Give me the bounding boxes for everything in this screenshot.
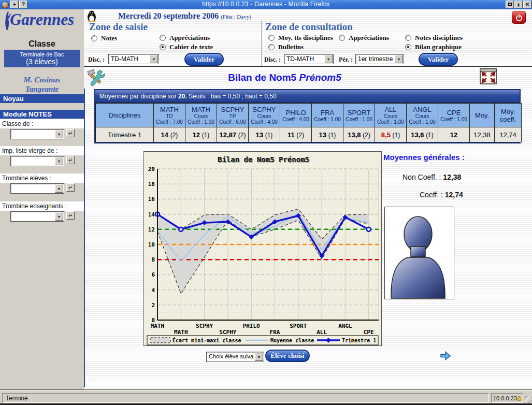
logout-button[interactable] (512, 11, 526, 24)
choix-eleve-dropdown[interactable]: Choix élève suivant▼ (206, 352, 264, 362)
maximize-button[interactable] (506, 1, 514, 8)
radio-label: Appréciations (169, 34, 210, 42)
svg-text:ANGL: ANGL (338, 323, 352, 329)
dropdown-arrow-icon[interactable]: ▼ (55, 130, 63, 138)
padlock-icon[interactable] (517, 395, 521, 402)
rabbit-icon (3, 10, 11, 31)
dropdown-arrow-icon[interactable]: ▼ (150, 55, 158, 63)
row-label: Trimestre 1 (96, 127, 154, 142)
bilan-chart: 02468101214161820MATHMATHSCPHYSCPHYPHILO… (143, 151, 382, 346)
trombine-enseignants-dropdown[interactable]: ▼ (10, 211, 64, 222)
radio-notes[interactable]: Notes (91, 34, 117, 42)
date-line: Mercredi 20 septembre 2006 (Fête : Davy) (118, 11, 251, 21)
valider-button-consultation[interactable]: Valider (419, 53, 458, 66)
dropdown-arrow-icon[interactable]: ▼ (55, 184, 63, 193)
svg-text:10: 10 (148, 241, 155, 248)
disc-dropdown-saisie[interactable]: TD-MATH▼ (108, 54, 159, 64)
trombine-eleves-go-button[interactable]: ↵ (66, 183, 75, 192)
radio-appreciations-consultation[interactable]: Appréciations (339, 34, 389, 42)
host-panel: 10.0.0.23 (491, 393, 523, 403)
radio-notes-disciplines[interactable]: Notes disciplines (405, 34, 463, 42)
radio-icon[interactable] (405, 44, 411, 50)
svg-text:12: 12 (148, 226, 155, 233)
radio-cahier-de-texte[interactable]: Cahier de texte (160, 43, 213, 51)
shade-button[interactable]: ▴▾ (514, 1, 523, 8)
grade-cell: 13,8 (2) (343, 127, 375, 142)
svg-text:Écart mini-maxi classe: Écart mini-maxi classe (172, 337, 241, 343)
svg-text:Moyenne classe: Moyenne classe (270, 338, 314, 343)
radio-label: Bulletins (278, 43, 304, 51)
sidebar-section-module-notes[interactable]: Module NOTES (0, 110, 84, 119)
radio-icon[interactable] (160, 35, 166, 41)
radio-icon[interactable] (268, 35, 275, 41)
periode-label: Pér. : (339, 56, 353, 64)
valider-button-saisie[interactable]: Valider (184, 53, 224, 66)
coeff-row: Coeff. : 12,74 (420, 191, 463, 199)
close-button[interactable]: ✕ (523, 1, 531, 8)
divider (88, 51, 222, 51)
grade-cell: 12 (1) (185, 127, 217, 142)
svg-text:4: 4 (151, 287, 155, 294)
student-lastname: Nom5 (269, 72, 296, 83)
trombine-eleves-dropdown[interactable]: ▼ (10, 183, 64, 194)
table-header-math: MATHTDCoeff : 7.00 (154, 104, 185, 127)
svg-text:SPORT: SPORT (290, 323, 307, 329)
table-header-sport: SPORTCoeff : 1.00 (343, 104, 375, 127)
date-text: Mercredi 20 septembre 2006 (118, 11, 219, 20)
tux-penguin-icon (87, 10, 97, 22)
svg-text:SCPHY: SCPHY (219, 329, 236, 336)
dropdown-arrow-icon[interactable]: ▼ (324, 55, 333, 63)
fete-text: (Fête : Davy) (221, 13, 251, 20)
classe-de-dropdown[interactable]: ▼ (10, 129, 64, 139)
radio-appreciations-saisie[interactable]: Appréciations (160, 34, 210, 42)
grades-table: Moyennes par discipline sur 20. Seuils :… (94, 89, 521, 143)
svg-text:Trimestre 1: Trimestre 1 (342, 338, 376, 343)
disc-dropdown-consultation[interactable]: TD-MATH▼ (284, 54, 334, 64)
grade-cell: 12 (438, 127, 470, 142)
table-header-angl: ANGLCoursCoeff : 1.00 (407, 104, 438, 127)
periode-dropdown[interactable]: 1er trimestre▼ (355, 54, 404, 64)
svg-text:14: 14 (148, 211, 155, 218)
eleve-choisi-button[interactable]: Élève choisi (265, 350, 310, 362)
main-content: Mercredi 20 septembre 2006 (Fête : Davy)… (84, 9, 532, 389)
header-separator (84, 66, 532, 67)
table-header-fra: FRACoeff : 1.00 (312, 104, 343, 127)
radio-icon[interactable] (405, 35, 411, 41)
svg-text:MATH: MATH (151, 323, 165, 329)
dropdown-arrow-icon[interactable]: ▼ (55, 212, 63, 221)
svg-text:8: 8 (151, 256, 155, 263)
radio-icon[interactable] (91, 35, 97, 41)
imp-liste-label: Imp. liste vierge de : (0, 146, 84, 155)
fullscreen-icon[interactable] (480, 68, 497, 85)
sidebar-section-noyau[interactable]: Noyau (0, 94, 84, 103)
radio-icon[interactable] (339, 35, 345, 41)
grade-cell: 12,87 (2) (217, 127, 249, 142)
dropdown-arrow-icon[interactable]: ▼ (55, 157, 63, 165)
radio-moy-tts-disciplines[interactable]: Moy. tts disciplines (268, 34, 333, 42)
moy-cell: 12,38 (470, 127, 495, 142)
dropdown-arrow-icon[interactable]: ▼ (395, 55, 403, 63)
radio-icon[interactable] (268, 44, 275, 50)
classe-de-go-button[interactable]: ↵ (66, 129, 75, 137)
host-text: 10.0.0.23 (493, 395, 517, 401)
dropdown-arrow-icon[interactable]: ▼ (255, 353, 263, 361)
moy-coeff-cell: 12,74 (495, 127, 522, 142)
resize-grip[interactable] (525, 396, 531, 403)
imp-liste-go-button[interactable]: ↵ (66, 156, 75, 164)
radio-bilan-graphique[interactable]: Bilan graphique (405, 43, 462, 51)
sidebar: Garennes Classe Terminale de Bac (3 élèv… (0, 9, 84, 389)
class-size: (3 élèves) (4, 57, 80, 66)
non-coeff-row: Non Coeff. : 12,38 (402, 173, 461, 181)
radio-icon[interactable] (160, 44, 166, 50)
table-header-scphy: SCPHYTPCoeff : 6.00 (217, 104, 249, 127)
imp-liste-dropdown[interactable]: ▼ (10, 156, 64, 166)
svg-text:18: 18 (148, 181, 155, 187)
trombine-enseignants-go-button[interactable]: ↵ (66, 211, 75, 220)
radio-label: Notes disciplines (415, 34, 463, 42)
chart-svg: 02468101214161820MATHMATHSCPHYSCPHYPHILO… (144, 152, 381, 345)
class-name: Terminale de Bac (4, 51, 80, 57)
radio-bulletins[interactable]: Bulletins (268, 43, 304, 51)
next-student-arrow-icon[interactable] (440, 351, 451, 360)
power-icon (515, 13, 523, 22)
grade-cell: 14 (2) (154, 127, 185, 142)
